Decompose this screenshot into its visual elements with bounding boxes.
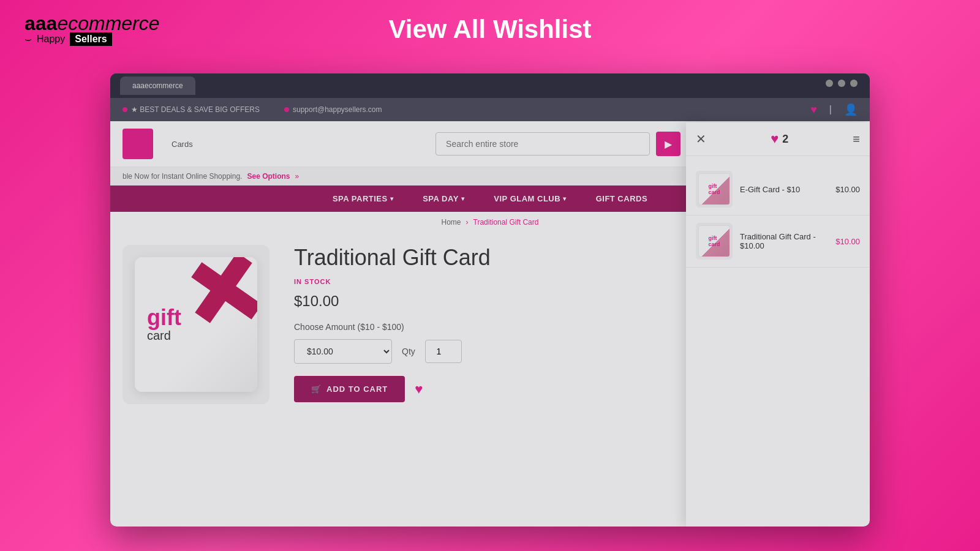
logo-area: aaaecommerce ⌣ Happy Sellers xyxy=(24,12,160,46)
wishlist-count-area: ♥ 2 xyxy=(711,131,848,147)
page-heading: View All Wishlist xyxy=(388,15,591,44)
website-content: ★ BEST DEALS & SAVE BIG OFFERS support@h… xyxy=(110,98,870,527)
wishlist-count: 2 xyxy=(782,133,788,146)
browser-tab[interactable]: aaaecommerce xyxy=(120,77,195,95)
add-to-cart-label: ADD TO CART xyxy=(326,384,388,394)
breadcrumb-home[interactable]: Home xyxy=(442,218,461,227)
breadcrumb-separator: › xyxy=(466,218,469,227)
logo-text: aaaecommerce xyxy=(24,12,160,35)
gift-text-small: card xyxy=(147,329,171,343)
mini-gift-text-1: giftcard xyxy=(708,183,720,195)
wishlist-panel: ✕ ♥ 2 ≡ giftcard E-G xyxy=(686,122,870,527)
mini-gift-text-2: giftcard xyxy=(708,235,720,247)
wishlist-heart-icon: ♥ xyxy=(771,131,778,147)
search-area: ▶ xyxy=(435,132,680,156)
see-options-link[interactable]: See Options xyxy=(247,172,290,181)
nav-chevron-spa-day: ▾ xyxy=(461,195,465,202)
chevron-right-icon: » xyxy=(295,172,299,181)
browser-window: aaaecommerce ★ BEST DEALS & SAVE BIG OFF… xyxy=(110,73,870,527)
site-logo-placeholder xyxy=(123,129,153,159)
nav-item-spa-day[interactable]: SPA DAY ▾ xyxy=(420,186,467,212)
heart-icon[interactable]: ♥ xyxy=(810,103,817,116)
product-image-card: gift card xyxy=(123,245,270,404)
search-input[interactable] xyxy=(435,132,650,156)
nav-item-spa-parties[interactable]: SPA PARTIES ▾ xyxy=(330,186,396,212)
browser-dot-3 xyxy=(850,80,858,87)
wishlist-item-thumb-1: giftcard xyxy=(696,171,733,208)
wishlist-item-name-2: Traditional Gift Card - $10.00 xyxy=(740,232,826,250)
nav-item-vip-glam-club[interactable]: VIP GLAM CLUB ▾ xyxy=(491,186,568,212)
wishlist-item-thumb-2: giftcard xyxy=(696,223,733,260)
browser-dot-2 xyxy=(838,80,845,87)
wishlist-item-price-strike-2: $10.00 xyxy=(835,237,860,246)
search-button[interactable]: ▶ xyxy=(656,132,680,156)
logo-sellers-text: Sellers xyxy=(70,32,111,46)
qty-label: Qty xyxy=(402,347,415,356)
browser-chrome: aaaecommerce xyxy=(110,73,870,98)
announcement-right: ♥ | 👤 xyxy=(810,103,858,116)
wishlist-items-list: giftcard E-Gift Card - $10 $10.00 giftca… xyxy=(686,156,870,275)
gift-card-visual: gift card xyxy=(135,257,257,392)
wishlist-heart-button[interactable]: ♥ xyxy=(415,381,423,397)
logo-brand-italic: ecommerce xyxy=(57,12,159,34)
wishlist-item[interactable]: giftcard Traditional Gift Card - $10.00 … xyxy=(686,216,870,268)
wishlist-header: ✕ ♥ 2 ≡ xyxy=(686,122,870,156)
cart-btn-icon: 🛒 xyxy=(311,384,322,394)
amount-select[interactable]: $10.00 $20.00 $50.00 $100.00 xyxy=(294,339,392,364)
wishlist-item[interactable]: giftcard E-Gift Card - $10 $10.00 xyxy=(686,163,870,216)
promo-text: ble Now for Instant Online Shopping. xyxy=(123,172,242,181)
search-icon: ▶ xyxy=(665,138,672,150)
user-icon[interactable]: 👤 xyxy=(844,103,858,116)
wishlist-item-info-2: Traditional Gift Card - $10.00 xyxy=(740,232,826,250)
gift-text-big: gift xyxy=(147,307,181,329)
browser-controls xyxy=(826,80,858,87)
wishlist-menu-button[interactable]: ≡ xyxy=(853,132,860,146)
add-to-cart-button[interactable]: 🛒 ADD TO CART xyxy=(294,376,405,402)
breadcrumb-current: Traditional Gift Card xyxy=(473,218,539,227)
logo-smile-icon: ⌣ xyxy=(24,33,32,46)
product-image-area: gift card xyxy=(123,245,270,514)
wishlist-item-price-1: $10.00 xyxy=(835,185,860,194)
wishlist-item-name-1: E-Gift Card - $10 xyxy=(740,185,828,194)
top-bar: aaaecommerce ⌣ Happy Sellers View All Wi… xyxy=(0,0,980,58)
qty-input[interactable] xyxy=(425,340,462,363)
announcement-dot-1 xyxy=(123,107,127,112)
announcement-text-1: ★ BEST DEALS & SAVE BIG OFFERS xyxy=(123,105,260,114)
wishlist-item-thumb-inner-1: giftcard xyxy=(698,173,730,205)
logo-brand: aaa xyxy=(24,12,57,34)
wishlist-close-button[interactable]: ✕ xyxy=(696,132,706,146)
logo-subtitle: ⌣ Happy Sellers xyxy=(24,32,160,46)
nav-chevron-vip: ▾ xyxy=(563,195,567,202)
announcement-text-2: support@happysellers.com xyxy=(284,105,382,114)
announcement-bar: ★ BEST DEALS & SAVE BIG OFFERS support@h… xyxy=(110,98,870,121)
wishlist-item-info-1: E-Gift Card - $10 xyxy=(740,185,828,194)
wishlist-item-thumb-inner-2: giftcard xyxy=(698,225,730,257)
site-logo-area xyxy=(123,129,159,159)
cards-text: Cards xyxy=(172,140,193,149)
browser-dot-1 xyxy=(826,80,833,87)
nav-item-gift-cards[interactable]: GIFT CARDS xyxy=(594,186,650,212)
nav-chevron-spa-parties: ▾ xyxy=(390,195,394,202)
announcement-dot-2 xyxy=(284,107,289,112)
logo-happy-text: Happy xyxy=(37,34,65,45)
